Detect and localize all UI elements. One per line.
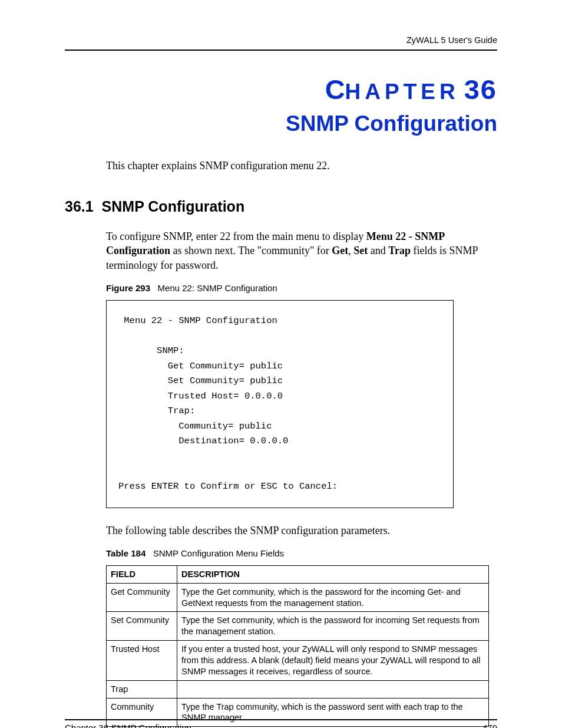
body-paragraph: To configure SNMP, enter 22 from the mai… <box>106 229 497 272</box>
footer-rule <box>65 719 497 720</box>
chapter-intro: This chapter explains SNMP configuration… <box>106 160 497 172</box>
body-paragraph: The following table describes the SNMP c… <box>106 523 497 538</box>
table-header-row: FIELD DESCRIPTION <box>107 565 489 583</box>
terminal-screenshot: Menu 22 - SNMP Configuration SNMP: Get C… <box>106 300 454 508</box>
chapter-title: SNMP Configuration <box>65 111 497 136</box>
chapter-number: 36 <box>464 74 497 105</box>
fields-table: FIELD DESCRIPTION Get Community Type the… <box>106 565 489 727</box>
document-page: ZyWALL 5 User's Guide CHAPTER36 SNMP Con… <box>0 0 562 728</box>
col-description: DESCRIPTION <box>177 565 489 583</box>
table-row: Trap <box>107 680 489 698</box>
chapter-word-rest: HAPTER <box>345 80 459 104</box>
running-head: ZyWALL 5 User's Guide <box>65 35 497 45</box>
header-rule <box>65 50 497 51</box>
footer-page-number: 479 <box>482 723 497 728</box>
chapter-word-initial: C <box>325 74 345 105</box>
table-caption: Table 184 SNMP Configuration Menu Fields <box>106 548 497 558</box>
col-field: FIELD <box>107 565 177 583</box>
page-footer: Chapter 36 SNMP Configuration 479 <box>65 719 497 728</box>
table-row: Set Community Type the Set community, wh… <box>107 612 489 641</box>
section-title: SNMP Configuration <box>102 198 245 215</box>
figure-caption: Figure 293 Menu 22: SNMP Configuration <box>106 283 497 293</box>
table-row: Get Community Type the Get community, wh… <box>107 583 489 612</box>
chapter-heading: CHAPTER36 SNMP Configuration <box>65 73 497 136</box>
footer-chapter: Chapter 36 SNMP Configuration <box>65 723 191 728</box>
table-row: Trusted Host If you enter a trusted host… <box>107 641 489 681</box>
section-heading: 36.1 SNMP Configuration <box>65 198 497 215</box>
section-number: 36.1 <box>65 198 94 215</box>
